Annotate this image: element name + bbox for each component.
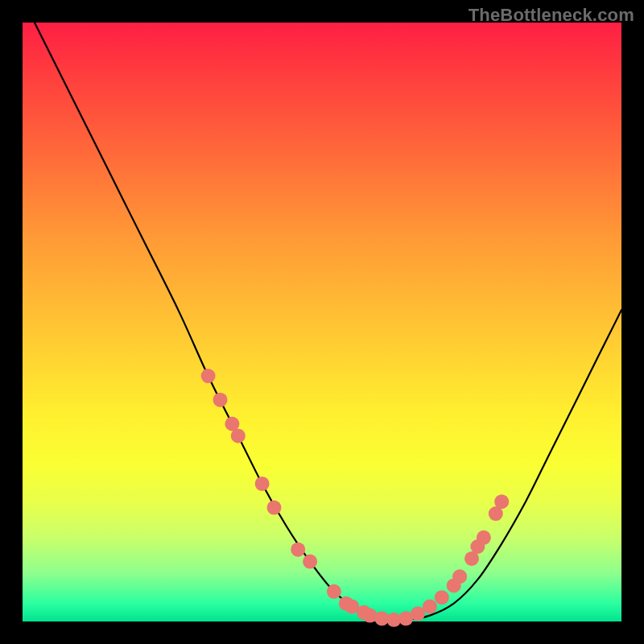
- curve-marker: [452, 569, 467, 584]
- curve-marker: [477, 530, 491, 545]
- curve-marker: [327, 584, 341, 599]
- curve-marker: [423, 599, 437, 613]
- curve-marker: [255, 477, 270, 491]
- curve-marker: [303, 555, 317, 569]
- curve-marker: [291, 543, 305, 557]
- chart-plot-area: [23, 23, 621, 621]
- watermark-text: TheBottleneck.com: [469, 5, 634, 26]
- bottleneck-curve-line: [35, 23, 621, 620]
- curve-marker: [494, 494, 509, 509]
- curve-marker: [201, 369, 216, 383]
- chart-svg: [23, 23, 621, 621]
- curve-marker: [267, 501, 282, 515]
- curve-marker: [231, 428, 246, 443]
- curve-markers: [201, 369, 510, 627]
- curve-marker: [435, 590, 449, 605]
- curve-marker: [213, 393, 228, 407]
